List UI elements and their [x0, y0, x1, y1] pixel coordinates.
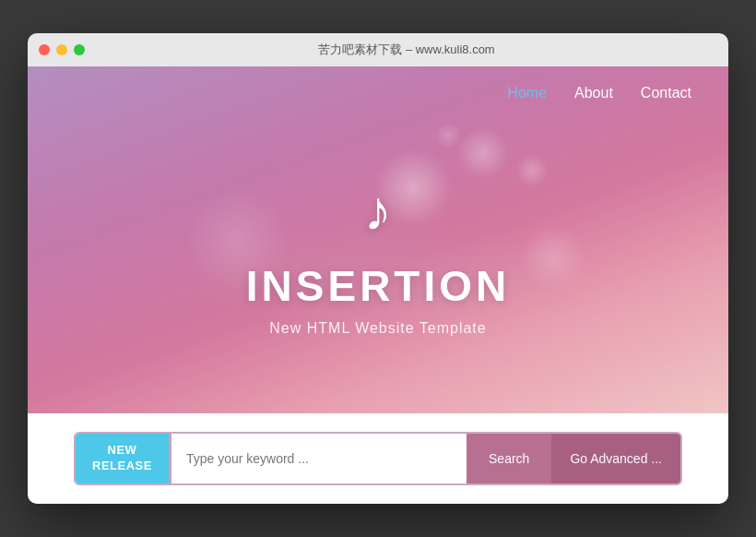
search-bar-section: NEWRELEASE Search Go Advanced ... [28, 413, 728, 504]
search-input[interactable] [171, 434, 467, 483]
search-button[interactable]: Search [467, 434, 551, 483]
new-release-tab[interactable]: NEWRELEASE [76, 434, 169, 483]
go-advanced-button[interactable]: Go Advanced ... [551, 434, 680, 483]
maximize-button[interactable] [74, 44, 85, 55]
close-button[interactable] [39, 44, 50, 55]
browser-window: 苦力吧素材下载 – www.kuli8.com Home About Conta… [28, 33, 728, 504]
music-icon: ♪ [364, 179, 392, 243]
traffic-lights [39, 44, 85, 55]
hero-title: INSERTION [246, 261, 510, 311]
hero-section: Home About Contact ♪ INSERTION New HTML … [28, 66, 728, 413]
nav-home[interactable]: Home [507, 85, 547, 101]
window-title: 苦力吧素材下载 – www.kuli8.com [96, 42, 717, 58]
title-bar: 苦力吧素材下载 – www.kuli8.com [28, 33, 728, 66]
minimize-button[interactable] [56, 44, 67, 55]
hero-subtitle: New HTML Website Template [269, 320, 486, 337]
search-container: NEWRELEASE Search Go Advanced ... [74, 432, 682, 485]
hero-main: ♪ INSERTION New HTML Website Template [246, 101, 510, 413]
nav-about[interactable]: About [574, 85, 613, 101]
browser-content: Home About Contact ♪ INSERTION New HTML … [28, 66, 728, 504]
nav-contact[interactable]: Contact [641, 85, 691, 101]
